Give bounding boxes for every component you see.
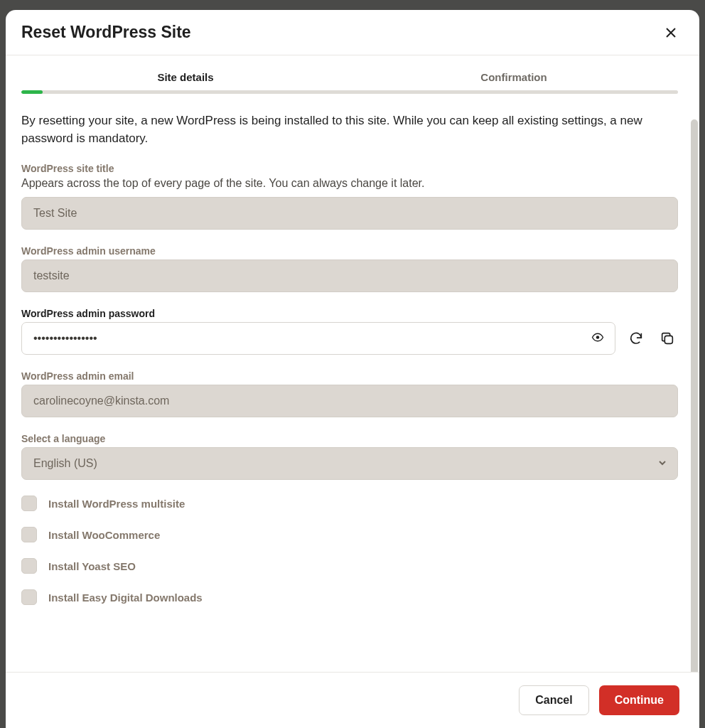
admin-username-input[interactable] — [21, 259, 678, 292]
reset-wordpress-modal: Reset WordPress Site Site details Confir… — [6, 10, 699, 728]
modal-header: Reset WordPress Site — [6, 10, 699, 55]
regenerate-password-button[interactable] — [625, 328, 647, 349]
cancel-button[interactable]: Cancel — [519, 685, 588, 715]
field-site-title: WordPress site title Appears across the … — [21, 163, 678, 230]
admin-username-label: WordPress admin username — [21, 245, 678, 257]
svg-point-0 — [596, 336, 600, 340]
refresh-icon — [628, 331, 644, 346]
checkbox-yoast: Install Yoast SEO — [21, 558, 678, 574]
field-language: Select a language — [21, 433, 678, 480]
admin-password-input[interactable] — [21, 322, 615, 355]
toggle-password-visibility-button[interactable] — [588, 328, 607, 349]
close-button[interactable] — [662, 24, 679, 41]
multisite-checkbox[interactable] — [21, 496, 37, 511]
edd-checkbox[interactable] — [21, 589, 37, 605]
modal-title: Reset WordPress Site — [21, 23, 191, 42]
admin-email-input[interactable] — [21, 385, 678, 417]
admin-email-label: WordPress admin email — [21, 370, 678, 382]
copy-password-button[interactable] — [657, 328, 678, 349]
site-title-hint: Appears across the top of every page of … — [21, 177, 678, 190]
copy-icon — [660, 331, 675, 346]
woocommerce-label: Install WooCommerce — [48, 529, 160, 541]
site-title-label: WordPress site title — [21, 163, 678, 174]
admin-password-label: WordPress admin password — [21, 308, 678, 319]
checkbox-multisite: Install WordPress multisite — [21, 496, 678, 511]
step-site-details[interactable]: Site details — [21, 71, 350, 90]
field-admin-username: WordPress admin username — [21, 245, 678, 292]
yoast-label: Install Yoast SEO — [48, 560, 136, 572]
site-title-input[interactable] — [21, 197, 678, 230]
continue-button[interactable]: Continue — [599, 685, 679, 715]
field-admin-password: WordPress admin password — [21, 308, 678, 355]
checkbox-woocommerce: Install WooCommerce — [21, 527, 678, 542]
language-label: Select a language — [21, 433, 678, 444]
svg-rect-1 — [664, 336, 672, 344]
checkbox-edd: Install Easy Digital Downloads — [21, 589, 678, 605]
scrollbar-thumb[interactable] — [691, 119, 698, 672]
step-confirmation[interactable]: Confirmation — [350, 71, 678, 90]
progress-track — [21, 90, 678, 94]
stepper: Site details Confirmation — [21, 71, 678, 90]
multisite-label: Install WordPress multisite — [48, 498, 185, 510]
eye-icon — [591, 331, 604, 344]
close-icon — [665, 27, 677, 38]
woocommerce-checkbox[interactable] — [21, 527, 37, 542]
field-admin-email: WordPress admin email — [21, 370, 678, 417]
edd-label: Install Easy Digital Downloads — [48, 592, 203, 604]
intro-text: By resetting your site, a new WordPress … — [21, 112, 678, 147]
modal-footer: Cancel Continue — [6, 672, 699, 728]
modal-body: Site details Confirmation By resetting y… — [6, 55, 699, 672]
yoast-checkbox[interactable] — [21, 558, 37, 574]
progress-fill — [21, 90, 43, 94]
language-select[interactable] — [21, 447, 678, 480]
